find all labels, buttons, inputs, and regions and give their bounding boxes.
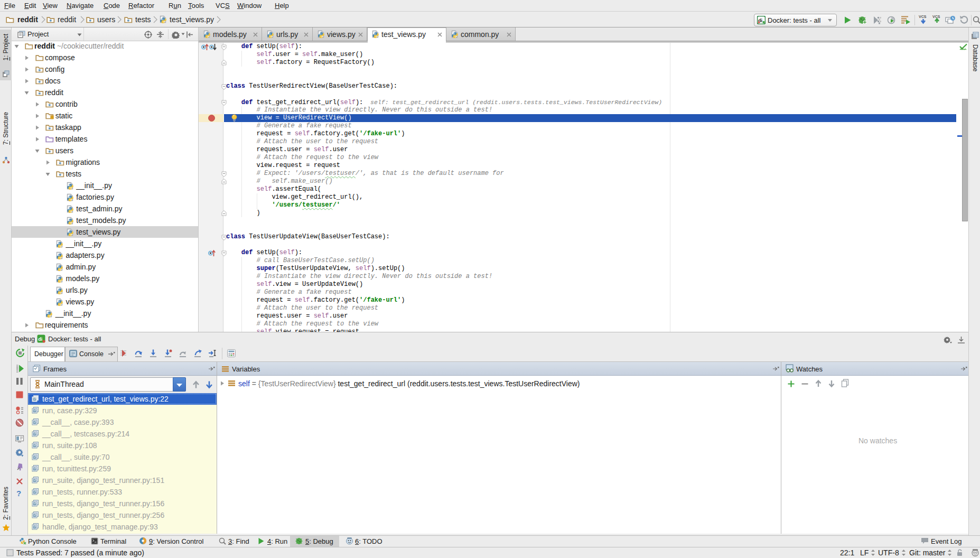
svg-text:di: di [38,337,42,342]
svg-text:VCS: VCS [919,15,927,18]
svg-text:VCS: VCS [932,15,940,18]
